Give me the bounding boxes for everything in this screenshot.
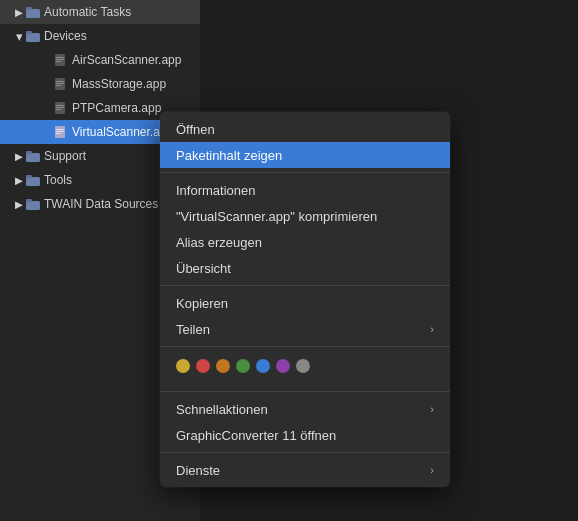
sidebar-item-label: MassStorage.app bbox=[72, 77, 166, 91]
svg-rect-7 bbox=[56, 61, 61, 62]
menu-item-compress[interactable]: "VirtualScanner.app" komprimieren bbox=[160, 203, 450, 229]
menu-item-label: Schnellaktionen bbox=[176, 402, 268, 417]
sidebar-item-automatic-tasks[interactable]: ► Automatic Tasks bbox=[0, 0, 200, 24]
svg-rect-21 bbox=[26, 151, 32, 154]
menu-separator bbox=[160, 172, 450, 173]
svg-rect-19 bbox=[56, 133, 61, 134]
menu-item-label: Dienste bbox=[176, 463, 220, 478]
menu-item-open[interactable]: Öffnen bbox=[160, 116, 450, 142]
svg-rect-0 bbox=[26, 9, 40, 18]
folder-icon bbox=[26, 29, 40, 43]
tag-dot-yellow[interactable] bbox=[176, 359, 190, 373]
tag-dot-red[interactable] bbox=[196, 359, 210, 373]
folder-icon bbox=[26, 173, 40, 187]
menu-item-services[interactable]: Dienste › bbox=[160, 457, 450, 483]
menu-item-label: Informationen bbox=[176, 183, 256, 198]
menu-item-info[interactable]: Informationen bbox=[160, 177, 450, 203]
svg-rect-10 bbox=[56, 83, 64, 84]
tag-dot-blue[interactable] bbox=[256, 359, 270, 373]
menu-item-copy[interactable]: Kopieren bbox=[160, 290, 450, 316]
sidebar-item-label: Devices bbox=[44, 29, 87, 43]
svg-rect-6 bbox=[56, 59, 64, 60]
menu-item-graphic-converter[interactable]: GraphicConverter 11 öffnen bbox=[160, 422, 450, 448]
file-icon bbox=[54, 77, 68, 91]
chevron-icon: ► bbox=[14, 175, 24, 185]
tag-dot-gray[interactable] bbox=[296, 359, 310, 373]
menu-item-label: Teilen bbox=[176, 322, 210, 337]
tags-row bbox=[160, 351, 450, 381]
menu-item-label: Öffnen bbox=[176, 122, 215, 137]
menu-item-share[interactable]: Teilen › bbox=[160, 316, 450, 342]
svg-rect-5 bbox=[56, 57, 64, 58]
menu-separator bbox=[160, 391, 450, 392]
chevron-right-icon: › bbox=[430, 464, 434, 476]
svg-rect-23 bbox=[26, 175, 32, 178]
file-icon bbox=[54, 101, 68, 115]
menu-item-show-contents[interactable]: Paketinhalt zeigen bbox=[160, 142, 450, 168]
chevron-icon: ► bbox=[14, 7, 24, 17]
menu-item-label: Übersicht bbox=[176, 261, 231, 276]
context-menu: Öffnen Paketinhalt zeigen Informationen … bbox=[160, 112, 450, 487]
sidebar-item-airscan[interactable]: AirScanScanner.app bbox=[0, 48, 200, 72]
tag-dot-purple[interactable] bbox=[276, 359, 290, 373]
sidebar-item-label: VirtualScanner.app bbox=[72, 125, 173, 139]
menu-separator bbox=[160, 285, 450, 286]
svg-rect-25 bbox=[26, 199, 32, 202]
svg-rect-1 bbox=[26, 7, 32, 10]
chevron-right-icon: › bbox=[430, 323, 434, 335]
svg-rect-11 bbox=[56, 85, 61, 86]
svg-rect-20 bbox=[26, 153, 40, 162]
svg-rect-24 bbox=[26, 201, 40, 210]
file-icon bbox=[54, 53, 68, 67]
chevron-right-icon: › bbox=[430, 403, 434, 415]
menu-item-label: Paketinhalt zeigen bbox=[176, 148, 282, 163]
menu-item-overview[interactable]: Übersicht bbox=[160, 255, 450, 281]
svg-rect-18 bbox=[56, 131, 64, 132]
chevron-icon: ▾ bbox=[14, 31, 24, 41]
svg-rect-3 bbox=[26, 31, 32, 34]
sidebar-item-label: Support bbox=[44, 149, 86, 163]
tag-dot-orange[interactable] bbox=[216, 359, 230, 373]
chevron-icon: ► bbox=[14, 151, 24, 161]
sidebar-item-massstorage[interactable]: MassStorage.app bbox=[0, 72, 200, 96]
menu-item-quick-actions[interactable]: Schnellaktionen › bbox=[160, 396, 450, 422]
menu-item-label: "VirtualScanner.app" komprimieren bbox=[176, 209, 377, 224]
sidebar-item-label: Automatic Tasks bbox=[44, 5, 131, 19]
sidebar-item-label: TWAIN Data Sources bbox=[44, 197, 158, 211]
sidebar-item-label: Tools bbox=[44, 173, 72, 187]
menu-item-label: Kopieren bbox=[176, 296, 228, 311]
svg-rect-14 bbox=[56, 107, 64, 108]
svg-rect-2 bbox=[26, 33, 40, 42]
menu-item-label: Alias erzeugen bbox=[176, 235, 262, 250]
sidebar-item-devices[interactable]: ▾ Devices bbox=[0, 24, 200, 48]
svg-rect-9 bbox=[56, 81, 64, 82]
tags-label[interactable] bbox=[160, 381, 450, 387]
folder-icon bbox=[26, 5, 40, 19]
menu-separator bbox=[160, 346, 450, 347]
menu-item-label: GraphicConverter 11 öffnen bbox=[176, 428, 336, 443]
menu-separator bbox=[160, 452, 450, 453]
menu-item-alias[interactable]: Alias erzeugen bbox=[160, 229, 450, 255]
folder-icon bbox=[26, 197, 40, 211]
sidebar-item-label: AirScanScanner.app bbox=[72, 53, 181, 67]
file-icon bbox=[54, 125, 68, 139]
svg-rect-17 bbox=[56, 129, 64, 130]
tag-dot-green[interactable] bbox=[236, 359, 250, 373]
folder-icon bbox=[26, 149, 40, 163]
svg-rect-22 bbox=[26, 177, 40, 186]
svg-rect-13 bbox=[56, 105, 64, 106]
sidebar-item-label: PTPCamera.app bbox=[72, 101, 161, 115]
chevron-icon: ► bbox=[14, 199, 24, 209]
svg-rect-15 bbox=[56, 109, 61, 110]
